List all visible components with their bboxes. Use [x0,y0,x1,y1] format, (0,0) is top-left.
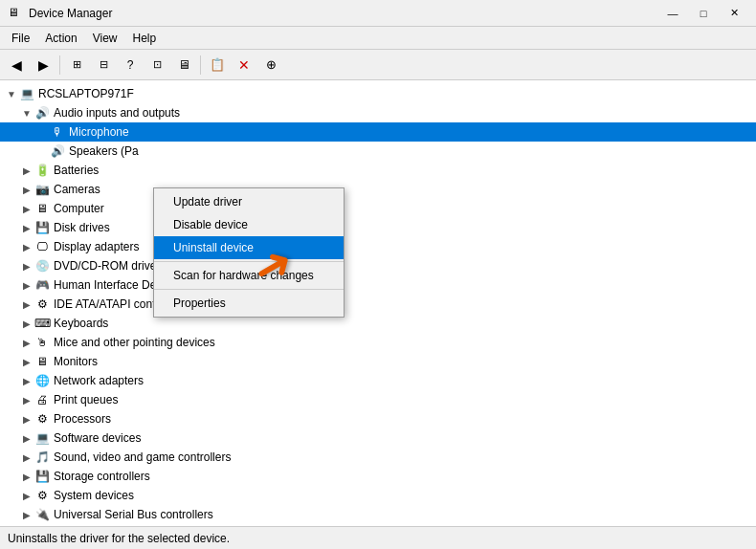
close-button[interactable]: ✕ [720,4,748,23]
toolbar-back[interactable]: ◀ [4,53,29,77]
ctx-scan-hardware[interactable]: Scan for hardware changes [154,264,344,287]
toolbar-disable[interactable]: ✕ [232,53,256,77]
tree-item-dvd[interactable]: ▶ 💿 DVD/CD-ROM drives [0,256,756,275]
tree-item-display[interactable]: ▶ 🖵 Display adapters [0,237,756,256]
print-icon: 🖨 [34,392,50,407]
tree-item-cameras[interactable]: ▶ 📷 Cameras [0,180,756,199]
tree-item-computer[interactable]: ▶ 🖥 Computer [0,199,756,218]
toolbar-update[interactable]: ⊟ [91,53,116,77]
toolbar-scan[interactable]: ⊡ [145,53,169,77]
computer-tree-icon: 🖥 [34,201,50,216]
menu-bar: File Action View Help [0,27,756,50]
ide-arrow: ▶ [19,299,34,310]
tree-item-sound[interactable]: ▶ 🎵 Sound, video and game controllers [0,448,756,467]
sound-icon: 🎵 [34,450,50,465]
tree-item-network[interactable]: ▶ 🌐 Network adapters [0,371,756,390]
monitors-icon: 🖥 [34,354,50,369]
context-menu: Update driver Disable device Uninstall d… [153,187,345,318]
computer-arrow: ▶ [19,204,34,214]
tree-item-keyboards[interactable]: ▶ ⌨ Keyboards [0,314,756,333]
tree-item-software[interactable]: ▶ 💻 Software devices [0,428,756,448]
usb-arrow: ▶ [19,510,34,520]
keyboards-icon: ⌨ [34,316,50,331]
tree-item-print[interactable]: ▶ 🖨 Print queues [0,390,756,409]
processors-icon: ⚙ [34,411,50,427]
toolbar-properties[interactable]: ⊞ [64,53,89,77]
ide-icon: ⚙ [34,296,50,312]
tree-item-usb[interactable]: ▶ 🔌 Universal Serial Bus controllers [0,505,756,524]
display-arrow: ▶ [19,242,34,253]
audio-label: Audio inputs and outputs [54,106,180,120]
usb-icon: 🔌 [34,507,50,522]
software-icon: 💻 [34,430,50,446]
processors-label: Processors [54,412,111,426]
mice-arrow: ▶ [19,338,34,348]
mice-label: Mice and other pointing devices [54,336,215,349]
tree-item-mice[interactable]: ▶ 🖱 Mice and other pointing devices [0,333,756,352]
toolbar: ◀ ▶ ⊞ ⊟ ? ⊡ 🖥 📋 ✕ ⊕ [0,50,756,80]
tree-item-monitors[interactable]: ▶ 🖥 Monitors [0,352,756,371]
root-arrow: ▼ [4,89,19,99]
speakers-icon: 🔊 [50,143,65,159]
title-bar: 🖥 Device Manager — □ ✕ [0,0,756,27]
ctx-disable-device[interactable]: Disable device [154,213,344,236]
microphone-icon: 🎙 [50,124,65,140]
menu-view[interactable]: View [85,30,125,47]
usb-label: Universal Serial Bus controllers [54,508,213,521]
tree-root[interactable]: ▼ 💻 RCSLAPTOP971F [0,84,756,103]
device-tree[interactable]: ▼ 💻 RCSLAPTOP971F ▼ 🔊 Audio inputs and o… [0,80,756,526]
dvd-arrow: ▶ [19,261,34,272]
display-label: Display adapters [54,240,139,253]
tree-item-disk[interactable]: ▶ 💾 Disk drives [0,218,756,237]
tree-item-storage[interactable]: ▶ 💾 Storage controllers [0,467,756,486]
speakers-label: Speakers (Pa [69,144,139,158]
tree-item-audio[interactable]: ▼ 🔊 Audio inputs and outputs [0,103,756,122]
batteries-label: Batteries [54,164,99,177]
status-bar: Uninstalls the driver for the selected d… [0,526,756,549]
tree-item-microphone[interactable]: 🎙 Microphone [0,122,756,142]
toolbar-forward[interactable]: ▶ [31,53,56,77]
window-title: Device Manager [29,7,658,20]
tree-item-processors[interactable]: ▶ ⚙ Processors [0,409,756,428]
monitors-label: Monitors [54,355,98,368]
system-label: System devices [54,489,134,502]
sound-arrow: ▶ [19,452,34,463]
maximize-button[interactable]: □ [689,4,718,23]
cameras-icon: 📷 [34,182,50,197]
system-arrow: ▶ [19,491,34,501]
menu-help[interactable]: Help [125,30,165,47]
toolbar-computer[interactable]: 🖥 [171,53,196,77]
monitors-arrow: ▶ [19,357,34,367]
toolbar-help[interactable]: ? [118,53,143,77]
minimize-button[interactable]: — [658,4,687,23]
ctx-update-driver[interactable]: Update driver [154,190,344,213]
cameras-label: Cameras [54,183,100,196]
print-arrow: ▶ [19,395,34,406]
toolbar-add[interactable]: ⊕ [258,53,283,77]
microphone-label: Microphone [69,125,129,139]
cameras-arrow: ▶ [19,185,34,195]
tree-item-batteries[interactable]: ▶ 🔋 Batteries [0,161,756,180]
print-label: Print queues [54,393,118,406]
ctx-properties[interactable]: Properties [154,292,344,315]
toolbar-sep-1 [59,55,60,75]
menu-file[interactable]: File [4,30,37,47]
tree-item-system[interactable]: ▶ ⚙ System devices [0,486,756,505]
tree-item-hid[interactable]: ▶ 🎮 Human Interface Devices [0,275,756,295]
system-icon: ⚙ [34,488,50,503]
menu-action[interactable]: Action [37,30,84,47]
network-icon: 🌐 [34,373,50,388]
computer-label: Computer [54,202,104,215]
ctx-uninstall-device[interactable]: Uninstall device [154,236,344,259]
toolbar-sep-2 [200,55,201,75]
tree-item-speakers[interactable]: 🔊 Speakers (Pa [0,142,756,161]
main-area: PC ▼ 💻 RCSLAPTOP971F ▼ 🔊 Audio inputs an… [0,80,756,526]
toolbar-uninstall[interactable]: 📋 [205,53,230,77]
tree-item-ide[interactable]: ▶ ⚙ IDE ATA/ATAPI controllers [0,295,756,314]
audio-icon: 🔊 [34,105,50,121]
ctx-sep-1 [154,261,344,262]
display-icon: 🖵 [34,239,50,254]
software-label: Software devices [54,431,141,445]
window-controls: — □ ✕ [658,4,748,23]
dvd-icon: 💿 [34,258,50,274]
